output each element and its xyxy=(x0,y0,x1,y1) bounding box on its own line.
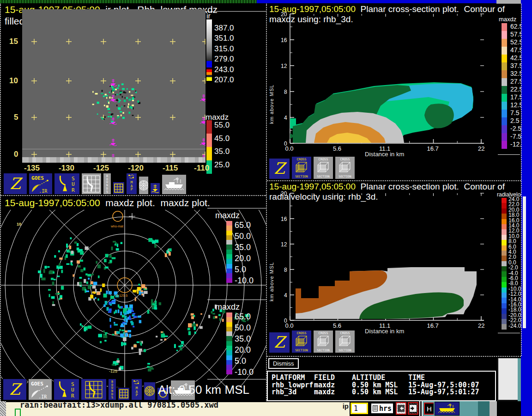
sur-radar-icon: SUR xyxy=(57,380,76,399)
goes-ir-button[interactable]: GOES.IR xyxy=(28,379,52,400)
ship-button[interactable] xyxy=(162,174,187,195)
time-back-button[interactable] xyxy=(396,402,406,415)
colorbar-tick: -2.5 xyxy=(510,125,521,132)
svg-text:CROSS: CROSS xyxy=(340,331,350,335)
time-forward-button[interactable] xyxy=(408,402,418,415)
skip-hours-input[interactable]: 1 xyxy=(351,403,368,414)
bottom-bar-left-pattern xyxy=(0,401,6,416)
map-button[interactable]: MAP xyxy=(131,379,142,400)
y-tick: 8 xyxy=(284,267,287,273)
grid-radar-button[interactable] xyxy=(81,173,102,195)
colorbar-tick: 22.5 xyxy=(510,86,521,93)
cross-section-icon: CROSSSECTION xyxy=(315,157,331,178)
buoy-marker xyxy=(200,94,206,102)
z-logo-icon: Z xyxy=(7,381,23,398)
bounds-button[interactable]: BOUNDS xyxy=(103,173,111,195)
zebra-logo-button[interactable]: Z xyxy=(3,173,27,195)
cross-section-icon: CROSSSECTION xyxy=(337,157,353,178)
polar-rings-icon xyxy=(139,180,149,190)
polar-rings-button[interactable] xyxy=(144,382,156,400)
colorbar-tick: 207.0 xyxy=(214,75,234,85)
y-tick: 16 xyxy=(281,37,287,43)
cross-section-button-2[interactable]: CROSSSECTION xyxy=(313,330,333,353)
cross-section-button-1[interactable]: CROSSSECTION xyxy=(291,156,312,179)
grid-button[interactable] xyxy=(113,182,125,195)
document-icon xyxy=(373,405,378,411)
terminal-command-line: rain:beaufait:13>xdump.all 970815.0505.x… xyxy=(20,401,218,410)
colorbar-tick: -10.0 xyxy=(235,367,254,377)
ir-map-plot[interactable] xyxy=(22,9,206,163)
ship-status-button[interactable] xyxy=(435,402,459,416)
bounds-button[interactable]: BOUNDS xyxy=(108,379,116,400)
map-icon: MAP xyxy=(133,379,140,400)
zebra-logo-button[interactable]: Z xyxy=(269,158,290,179)
ppi-colorbar-label-1: maxdz xyxy=(215,211,240,220)
colorbar-tick: 20.0 xyxy=(235,254,251,263)
cross-section-button-3[interactable]: CROSSSECTION xyxy=(335,330,355,353)
grid-radar-button[interactable] xyxy=(81,379,107,400)
svg-text:Z: Z xyxy=(10,175,23,193)
dismiss-button[interactable]: Dismiss xyxy=(268,358,299,369)
arrow-right-icon xyxy=(410,405,417,412)
svg-text:P: P xyxy=(136,393,138,397)
goes-ir-button[interactable]: GOES.IR xyxy=(29,173,53,195)
ir-surface-band xyxy=(22,157,206,163)
hrs-button[interactable]: hrs xyxy=(370,403,394,414)
zebra-logo-button[interactable]: Z xyxy=(269,332,290,353)
svg-text:S: S xyxy=(111,395,113,399)
grid-radar-icon xyxy=(85,381,103,398)
xs2-ylabel: km above MSL xyxy=(269,227,274,301)
colorbar-tick: -7.5 xyxy=(510,133,521,140)
z-logo-icon: Z xyxy=(272,334,287,351)
cross-section-icon: CROSSSECTION xyxy=(337,331,353,352)
colorbar-tick: 42.5 xyxy=(510,54,521,61)
svg-text:S: S xyxy=(106,190,108,193)
background-window-edge xyxy=(518,358,521,401)
surface-radar-button[interactable]: SUR xyxy=(54,173,80,195)
buoy-button[interactable] xyxy=(150,183,160,195)
xs2-contour-plot[interactable] xyxy=(290,193,484,321)
grid-small-icon xyxy=(114,184,123,193)
polar-rings-button[interactable] xyxy=(139,176,149,195)
x-tick: 16.7 xyxy=(427,145,439,152)
colorbar-tick: 5.0 xyxy=(235,356,246,366)
grid-small-icon xyxy=(119,389,128,398)
colorbar-tick: 12.5 xyxy=(510,101,521,109)
svg-text:CROSS: CROSS xyxy=(340,158,350,161)
help-button[interactable]: H xyxy=(424,403,434,415)
colorbar-tick: 45.0 xyxy=(214,134,230,143)
y-tick: 20 xyxy=(281,11,287,18)
window-top-border-blue xyxy=(257,0,496,3)
x-tick: 5.6 xyxy=(333,322,341,329)
ir-xtick: -120 xyxy=(128,164,144,173)
buoy-marker xyxy=(200,117,206,124)
colorbar-tick: 55.0 xyxy=(214,121,230,130)
svg-text:SECTION: SECTION xyxy=(339,349,351,352)
terminal[interactable]: rain:beaufait:13>xdump.all 970815.0505.x… xyxy=(6,401,350,416)
colorbar-tick: 50.0 xyxy=(235,323,251,333)
svg-text:P: P xyxy=(131,187,133,191)
cross-section-button-2[interactable]: CROSSSECTION xyxy=(313,156,333,179)
colorbar-tick: 65.0 xyxy=(235,312,251,322)
x-tick: 22 xyxy=(478,322,484,329)
grid-button[interactable] xyxy=(118,387,130,400)
colorbar-tick: 57.5 xyxy=(510,31,521,38)
colorbar-tick: 17.5 xyxy=(510,93,521,101)
ppi-center-label: 0-125-5 xyxy=(116,294,127,297)
cross-section-button-3[interactable]: CROSSSECTION xyxy=(335,156,355,179)
surface-radar-button[interactable]: SUR xyxy=(54,379,79,400)
map-button[interactable]: MAP xyxy=(126,173,137,195)
ppi-maxdz-colorbar-2 xyxy=(226,312,232,374)
window-top-border-gray xyxy=(496,0,521,4)
cross-section-button-1[interactable]: CROSSSECTION xyxy=(291,330,312,353)
north-platform-marker xyxy=(113,211,123,221)
colorbar-tick: 7.5 xyxy=(510,109,519,116)
svg-text:R: R xyxy=(72,187,75,193)
svg-text:S: S xyxy=(71,381,74,387)
zebra-logo-button[interactable]: Z xyxy=(3,379,27,400)
right-scrollbar[interactable] xyxy=(523,196,526,328)
xs1-contour-plot[interactable] xyxy=(290,14,484,143)
y-tick: 16 xyxy=(281,216,287,222)
colorbar-tick: 279.0 xyxy=(214,55,234,64)
colorbar-tick: 35.0 xyxy=(235,334,251,344)
